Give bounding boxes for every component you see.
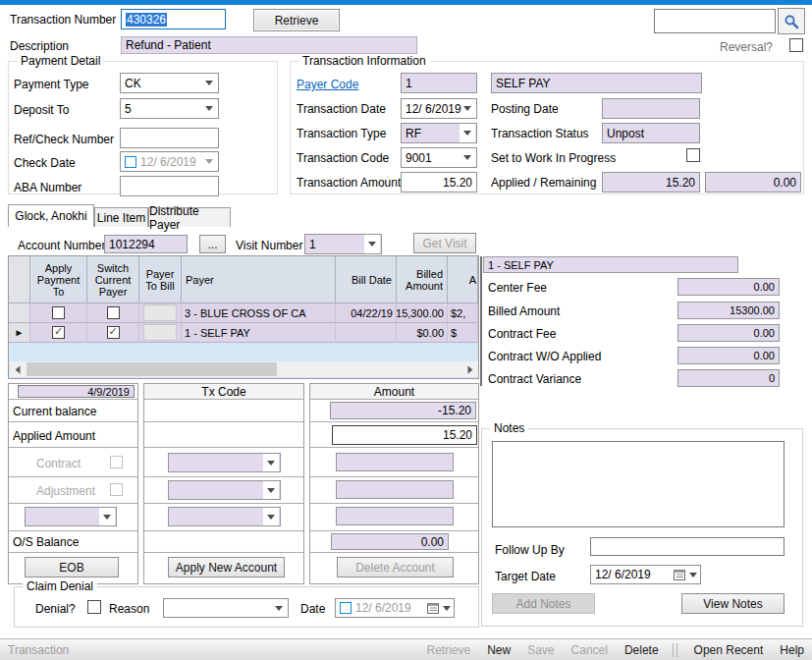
- switch-payer-checkbox[interactable]: [107, 306, 120, 319]
- transaction-number-input[interactable]: 430326: [121, 9, 226, 29]
- posting-date-value: [602, 98, 700, 119]
- payer-grid[interactable]: Apply Payment To Switch Current Payer Pa…: [8, 255, 479, 379]
- transaction-number-value: 430326: [126, 13, 167, 27]
- adjustment-txcode-select[interactable]: [168, 480, 281, 500]
- reason-select[interactable]: [163, 598, 289, 618]
- notes-textarea[interactable]: [492, 441, 785, 527]
- current-balance-value: -15.20: [330, 402, 476, 419]
- eob-button[interactable]: EOB: [25, 557, 119, 578]
- col-payer[interactable]: Payer: [182, 256, 336, 303]
- transaction-code-select[interactable]: 9001: [401, 147, 477, 168]
- contract-txcode-select[interactable]: [168, 453, 281, 472]
- tab-patient-name[interactable]: Glock, Anokhi: [8, 204, 94, 227]
- scrollbar-thumb[interactable]: [27, 362, 277, 376]
- add-notes-button[interactable]: Add Notes: [492, 593, 595, 614]
- retrieve-button[interactable]: Retrieve: [253, 9, 340, 31]
- applied-amount-label: Applied Amount: [13, 429, 95, 443]
- billed-amount-cell[interactable]: $0.00: [397, 323, 448, 343]
- denial-date-picker[interactable]: 12/ 6/2019: [335, 598, 455, 618]
- status-save[interactable]: Save: [527, 643, 554, 657]
- switch-payer-cell[interactable]: [87, 303, 139, 323]
- col-bill-date[interactable]: Bill Date: [336, 256, 397, 303]
- tab-line-item[interactable]: Line Item: [94, 207, 148, 227]
- status-cancel[interactable]: Cancel: [571, 643, 608, 657]
- extra-amount-input[interactable]: [336, 507, 454, 525]
- account-number-label: Account Number: [18, 239, 105, 252]
- col-apply-payment-to[interactable]: Apply Payment To: [30, 256, 87, 303]
- transaction-date-picker[interactable]: 12/ 6/2019: [401, 98, 477, 119]
- payer-code-link[interactable]: Payer Code: [297, 78, 358, 91]
- bill-date-cell[interactable]: [336, 323, 397, 343]
- calendar-icon: [425, 599, 453, 617]
- deposit-to-select[interactable]: 5: [120, 98, 219, 119]
- check-date-label: Check Date: [14, 156, 76, 170]
- switch-payer-checkbox[interactable]: [107, 326, 120, 339]
- row-selector-current[interactable]: ►: [9, 323, 30, 343]
- check-date-checkbox[interactable]: [125, 156, 136, 168]
- grid-horizontal-scrollbar[interactable]: [10, 361, 478, 377]
- current-balance-label: Current balance: [13, 405, 96, 418]
- bill-date-cell[interactable]: 04/22/19: [336, 303, 397, 323]
- transaction-info-title: Transaction Information: [298, 54, 430, 68]
- follow-up-by-input[interactable]: [590, 537, 785, 556]
- target-date-picker[interactable]: 12/ 6/2019: [590, 565, 701, 584]
- view-notes-button[interactable]: View Notes: [681, 593, 785, 614]
- payer-to-bill-cell[interactable]: [139, 303, 182, 323]
- payment-detail-title: Payment Detail: [17, 54, 104, 68]
- contract-amount-input[interactable]: [336, 453, 454, 471]
- check-date-picker[interactable]: 12/ 6/2019: [120, 151, 219, 172]
- denial-checkbox[interactable]: [87, 600, 101, 614]
- search-icon: [783, 13, 800, 30]
- col-payer-to-bill[interactable]: Payer To Bill: [139, 256, 182, 303]
- remaining-amount-display: 0.00: [705, 172, 801, 192]
- adjustment-checkbox[interactable]: [110, 483, 123, 496]
- status-new[interactable]: New: [487, 643, 511, 657]
- get-visit-button[interactable]: Get Visit: [413, 233, 476, 253]
- ref-check-number-input[interactable]: [120, 128, 219, 148]
- apply-payment-checkbox[interactable]: [52, 326, 65, 339]
- status-open-recent[interactable]: Open Recent: [694, 643, 764, 657]
- status-retrieve[interactable]: Retrieve: [426, 643, 470, 657]
- aba-number-input[interactable]: [120, 176, 219, 196]
- extra-tx-select[interactable]: [25, 507, 117, 526]
- partial-amount-cell[interactable]: $: [448, 323, 478, 343]
- delete-account-button[interactable]: Delete Account: [337, 557, 454, 578]
- extra-txcode-select[interactable]: [168, 507, 281, 526]
- row-selector[interactable]: [9, 303, 30, 323]
- work-in-progress-checkbox[interactable]: [686, 148, 700, 162]
- search-input[interactable]: [654, 9, 776, 33]
- contract-checkbox[interactable]: [110, 456, 123, 468]
- payer-cell[interactable]: 1 - SELF PAY: [182, 323, 336, 343]
- col-partial[interactable]: A: [448, 256, 478, 303]
- scroll-right-icon[interactable]: [462, 361, 478, 377]
- reversal-checkbox[interactable]: [789, 38, 803, 52]
- billed-amount-cell[interactable]: $15,300.00: [397, 303, 448, 323]
- apply-payment-cell[interactable]: [30, 323, 87, 343]
- apply-payment-cell[interactable]: [30, 303, 87, 323]
- status-help[interactable]: Help: [780, 643, 804, 657]
- payer-cell[interactable]: 3 - BLUE CROSS OF CA: [182, 303, 336, 323]
- visit-number-select[interactable]: 1: [304, 234, 382, 254]
- transaction-type-value: RF: [406, 127, 421, 140]
- payment-type-select[interactable]: CK: [120, 73, 219, 93]
- adjustment-amount-input[interactable]: [336, 480, 454, 499]
- chevron-down-icon: [201, 152, 217, 171]
- switch-payer-cell[interactable]: [87, 323, 139, 343]
- partial-amount-cell[interactable]: $2,: [448, 303, 478, 323]
- transaction-amount-input[interactable]: 15.20: [401, 172, 477, 192]
- applied-amount-input[interactable]: 15.20: [332, 425, 477, 445]
- payer-to-bill-cell[interactable]: [139, 323, 182, 343]
- tab-distribute-payer[interactable]: Distribute Payer: [148, 207, 231, 227]
- account-number-input[interactable]: 1012294: [104, 235, 188, 253]
- apply-payment-checkbox[interactable]: [52, 306, 65, 319]
- scroll-left-icon[interactable]: [10, 361, 26, 377]
- apply-new-account-button[interactable]: Apply New Account: [168, 557, 285, 578]
- denial-date-checkbox[interactable]: [340, 602, 352, 614]
- col-switch-current-payer[interactable]: Switch Current Payer: [87, 256, 139, 303]
- transaction-type-select[interactable]: RF: [401, 123, 477, 143]
- search-button[interactable]: [778, 8, 805, 34]
- os-balance-value: 0.00: [331, 533, 449, 550]
- status-delete[interactable]: Delete: [624, 643, 659, 657]
- col-billed-amount[interactable]: Billed Amount: [397, 256, 448, 303]
- account-browse-button[interactable]: ...: [199, 235, 226, 253]
